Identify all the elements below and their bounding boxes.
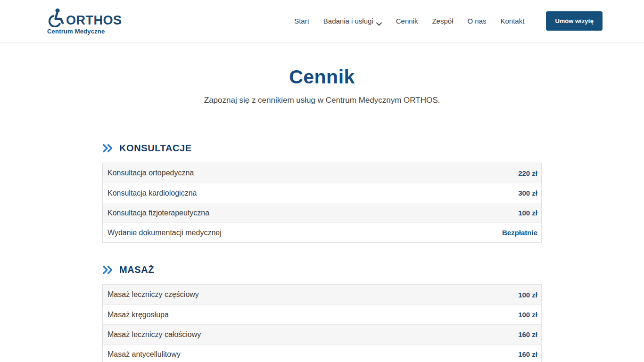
- service-label: Masaż leczniczy częściowy: [107, 290, 199, 299]
- wheelchair-icon: [47, 8, 65, 27]
- service-label: Masaż antycellulitowy: [107, 350, 181, 359]
- nav-item-badania-i-uslugi[interactable]: Badania i usługi: [323, 17, 382, 25]
- chevron-down-icon: [376, 19, 382, 23]
- logo-title: ORTHOS: [66, 14, 122, 27]
- double-chevron-icon: [102, 265, 114, 274]
- service-label: Konsultacja ortopedyczna: [107, 169, 194, 177]
- price-table-row: Masaż kręgosłupa 100 zł: [103, 304, 541, 324]
- price-sections: KONSULTACJE Konsultacja ortopedyczna 220…: [102, 143, 542, 362]
- section-header: MASAŻ: [102, 264, 542, 275]
- service-price: 100 zł: [518, 291, 537, 299]
- service-label: Konsultacja kardiologiczna: [107, 189, 197, 197]
- nav-item-o-nas[interactable]: O nas: [467, 17, 486, 25]
- nav-item-zespol[interactable]: Zespół: [432, 17, 453, 25]
- price-table-row: Masaż leczniczy częściowy 100 zł: [103, 285, 541, 304]
- main-nav: Start Badania i usługi Cennik Zespół: [294, 17, 524, 25]
- service-price: 220 zł: [518, 169, 537, 177]
- price-table-row: Konsultacja kardiologiczna 300 zł: [103, 183, 541, 203]
- book-visit-button[interactable]: Umów wizytę: [546, 11, 603, 31]
- price-table-row: Masaż antycellulitowy 160 zł: [103, 344, 541, 362]
- price-section: KONSULTACJE Konsultacja ortopedyczna 220…: [102, 143, 542, 243]
- price-table-row: Konsultacja ortopedyczna 220 zł: [103, 163, 541, 183]
- service-label: Wydanie dokumentacji medycznej: [107, 229, 222, 237]
- section-title: MASAŻ: [119, 264, 154, 275]
- site-header: ORTHOS Centrum Medyczne Start Badania i …: [0, 0, 644, 42]
- price-table: Konsultacja ortopedyczna 220 zł Konsulta…: [102, 163, 542, 243]
- service-price: 160 zł: [518, 350, 537, 358]
- nav-item-start[interactable]: Start: [294, 17, 309, 25]
- section-header: KONSULTACJE: [102, 143, 542, 154]
- service-price: 100 zł: [518, 311, 537, 319]
- service-price: 100 zł: [518, 209, 537, 217]
- service-price: 160 zł: [518, 330, 537, 338]
- price-table: Masaż leczniczy częściowy 100 zł Masaż k…: [102, 284, 542, 362]
- price-section: MASAŻ Masaż leczniczy częściowy 100 zł M…: [102, 264, 542, 362]
- service-label: Konsultacja fizjoterapeutyczna: [107, 209, 209, 217]
- section-title: KONSULTACJE: [119, 143, 192, 154]
- price-table-row: Wydanie dokumentacji medycznej Bezpłatni…: [103, 222, 541, 242]
- logo[interactable]: ORTHOS Centrum Medyczne: [47, 8, 122, 34]
- service-price: Bezpłatnie: [502, 229, 537, 237]
- nav-item-cennik[interactable]: Cennik: [396, 17, 418, 25]
- logo-subtitle: Centrum Medyczne: [47, 28, 122, 34]
- double-chevron-icon: [102, 144, 114, 153]
- service-price: 300 zł: [518, 189, 537, 197]
- page-title: Cennik: [102, 66, 542, 88]
- page-subtitle: Zapoznaj się z cennikiem usług w Centrum…: [102, 96, 542, 105]
- service-label: Masaż kręgosłupa: [107, 311, 169, 319]
- price-table-row: Masaż leczniczy całościowy 160 zł: [103, 324, 541, 344]
- service-label: Masaż leczniczy całościowy: [107, 330, 201, 339]
- main-content: Cennik Zapoznaj się z cennikiem usług w …: [102, 66, 542, 362]
- nav-item-kontakt[interactable]: Kontakt: [501, 17, 525, 25]
- price-table-row: Konsultacja fizjoterapeutyczna 100 zł: [103, 203, 541, 222]
